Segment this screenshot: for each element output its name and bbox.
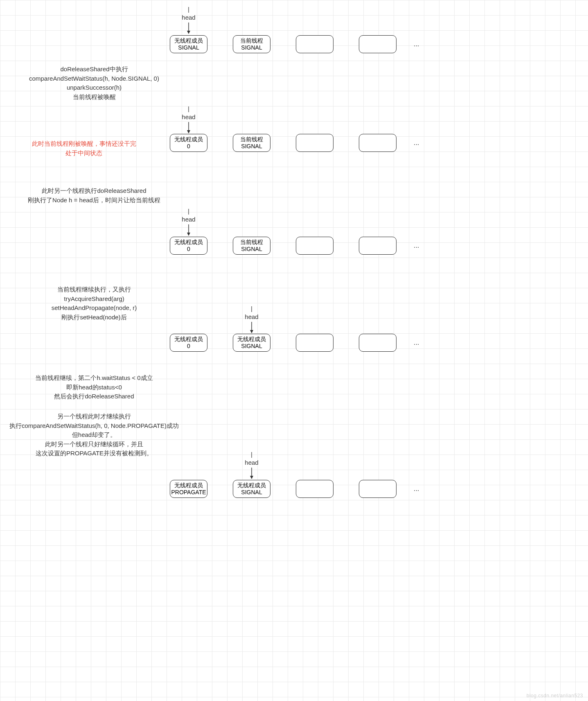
annotation-5a: 当前线程继续，第二个h.waitStatus < 0成立 即新head的stat… <box>0 373 188 401</box>
node-thread-label: 无线程成员 <box>237 482 266 489</box>
node-status-label: SIGNAL <box>178 44 199 52</box>
svg-marker-9 <box>250 476 253 479</box>
head-pointer-5: | head <box>241 451 262 479</box>
tick: | <box>251 451 252 457</box>
node-thread-label: 无线程成员 <box>174 482 203 489</box>
head-pointer-1: | head <box>178 6 199 34</box>
annotation-3: 此时另一个线程执行doReleaseShared 刚执行了Node h = he… <box>0 186 188 205</box>
queue-node <box>296 134 333 152</box>
head-pointer-4: | head <box>241 305 262 333</box>
queue-node: 当前线程SIGNAL <box>233 237 270 255</box>
head-label: head <box>182 216 195 223</box>
node-status-label: SIGNAL <box>241 246 262 253</box>
queue-node: 无线程成员SIGNAL <box>233 480 270 498</box>
ellipsis: ... <box>414 242 419 249</box>
svg-marker-5 <box>187 233 190 236</box>
queue-node: 无线程成员PROPAGATE <box>170 480 207 498</box>
queue-node <box>359 35 397 53</box>
annotation-5b: 另一个线程此时才继续执行 执行compareAndSetWaitStatus(h… <box>0 412 188 458</box>
queue-node: 无线程成员0 <box>170 237 207 255</box>
head-pointer-2: | head <box>178 106 199 133</box>
node-status-label: SIGNAL <box>241 489 262 496</box>
tick: | <box>188 6 189 12</box>
queue-node <box>359 480 397 498</box>
node-status-label: SIGNAL <box>241 343 262 350</box>
queue-node <box>359 134 397 152</box>
node-thread-label: 无线程成员 <box>174 239 203 246</box>
queue-node <box>296 480 333 498</box>
tick: | <box>188 208 189 214</box>
node-thread-label: 无线程成员 <box>174 136 203 143</box>
tick: | <box>188 106 189 112</box>
head-label: head <box>245 313 258 320</box>
node-status-label: 0 <box>187 143 190 150</box>
node-thread-label: 当前线程 <box>240 37 263 45</box>
node-status-label: SIGNAL <box>241 143 262 150</box>
node-status-label: 0 <box>187 246 190 253</box>
node-row-2: 无线程成员0当前线程SIGNAL... <box>170 134 419 152</box>
node-thread-label: 无线程成员 <box>174 37 203 45</box>
node-thread-label: 无线程成员 <box>174 336 203 343</box>
queue-node: 无线程成员SIGNAL <box>170 35 207 53</box>
node-status-label: SIGNAL <box>241 44 262 52</box>
queue-node <box>296 35 333 53</box>
node-row-1: 无线程成员SIGNAL当前线程SIGNAL... <box>170 35 419 53</box>
tick: | <box>251 305 252 312</box>
queue-node: 无线程成员0 <box>170 334 207 352</box>
node-status-label: 0 <box>187 343 190 350</box>
ellipsis: ... <box>414 485 419 493</box>
node-row-4: 无线程成员0无线程成员SIGNAL... <box>170 334 419 352</box>
node-thread-label: 当前线程 <box>240 239 263 246</box>
node-status-label: PROPAGATE <box>171 489 206 496</box>
annotation-4: 当前线程继续执行，又执行 tryAcquireShared(arg) setHe… <box>0 285 188 322</box>
queue-node: 当前线程SIGNAL <box>233 35 270 53</box>
svg-marker-3 <box>187 130 190 133</box>
head-label: head <box>182 113 195 120</box>
svg-marker-1 <box>187 31 190 34</box>
queue-node <box>359 237 397 255</box>
node-row-5: 无线程成员PROPAGATE无线程成员SIGNAL... <box>170 480 419 498</box>
queue-node: 无线程成员0 <box>170 134 207 152</box>
node-row-3: 无线程成员0当前线程SIGNAL... <box>170 237 419 255</box>
ellipsis: ... <box>414 41 419 48</box>
queue-node: 无线程成员SIGNAL <box>233 334 270 352</box>
arrow-down-icon <box>186 122 191 133</box>
node-thread-label: 无线程成员 <box>237 336 266 343</box>
arrow-down-icon <box>186 23 191 34</box>
ellipsis: ... <box>414 339 419 346</box>
head-label: head <box>245 459 258 466</box>
queue-node <box>296 334 333 352</box>
ellipsis: ... <box>414 139 419 147</box>
arrow-down-icon <box>249 468 255 479</box>
queue-node <box>359 334 397 352</box>
arrow-down-icon <box>186 224 191 236</box>
queue-node: 当前线程SIGNAL <box>233 134 270 152</box>
head-label: head <box>182 14 195 21</box>
annotation-2-mid: 此时当前线程刚被唤醒，事情还没干完 处于中间状态 <box>0 139 168 158</box>
watermark: blog.csdn.net/anlian523 <box>527 693 583 699</box>
queue-node <box>296 237 333 255</box>
node-thread-label: 当前线程 <box>240 136 263 143</box>
arrow-down-icon <box>249 322 255 333</box>
svg-marker-7 <box>250 330 253 333</box>
head-pointer-3: | head <box>178 208 199 236</box>
annotation-2: doReleaseShared中执行 compareAndSetWaitStat… <box>0 65 188 102</box>
